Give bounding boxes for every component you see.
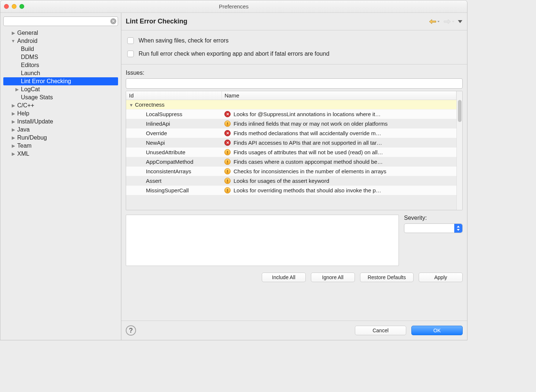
check-on-save-row: When saving files, check for errors: [126, 36, 463, 45]
tree-item-label: Java: [16, 126, 30, 133]
sidebar-search: ✕: [3, 16, 118, 26]
warning-icon: [224, 187, 231, 193]
disclosure-open-icon[interactable]: ▼: [10, 38, 16, 44]
tree-item-logcat[interactable]: ▶LogCat: [3, 85, 118, 93]
issue-row[interactable]: UnusedAttributeFinds usages of attribute…: [126, 148, 456, 157]
disclosure-closed-icon[interactable]: ▶: [10, 143, 16, 148]
ignore-all-button[interactable]: Ignore All: [311, 273, 355, 282]
disclosure-closed-icon[interactable]: ▶: [10, 151, 16, 156]
warning-icon: [224, 149, 231, 155]
issue-name-cell: Looks for usages of the assert keyword: [221, 176, 456, 186]
disclosure-closed-icon[interactable]: ▶: [10, 30, 16, 36]
tree-item-run-debug[interactable]: ▶Run/Debug: [3, 134, 118, 142]
issues-group-row[interactable]: ▼Correctness: [126, 100, 456, 110]
warning-icon: [224, 159, 231, 165]
zoom-window-button[interactable]: [19, 4, 24, 9]
clear-search-icon[interactable]: ✕: [110, 18, 116, 24]
tree-item-install-update[interactable]: ▶Install/Update: [3, 118, 118, 126]
tree-item-lint-error-checking[interactable]: Lint Error Checking: [3, 77, 118, 85]
tree-item-editors[interactable]: Editors: [3, 61, 118, 69]
issue-row[interactable]: MissingSuperCallLooks for overriding met…: [126, 186, 456, 195]
include-all-button[interactable]: Include All: [262, 273, 306, 282]
disclosure-closed-icon[interactable]: ▶: [10, 111, 16, 116]
issue-name: Finds API accesses to APIs that are not …: [234, 140, 382, 146]
tree-item-label: Editors: [20, 62, 39, 69]
check-on-export-checkbox[interactable]: [127, 51, 134, 57]
nav-back-button[interactable]: [428, 18, 441, 25]
issue-row[interactable]: OverrideFinds method declarations that w…: [126, 129, 456, 138]
minimize-window-button[interactable]: [12, 4, 16, 9]
cancel-button[interactable]: Cancel: [355, 326, 406, 335]
disclosure-closed-icon[interactable]: ▶: [10, 103, 16, 108]
apply-button[interactable]: Apply: [419, 273, 463, 282]
tree-item-label: C/C++: [16, 102, 34, 109]
issue-row[interactable]: AppCompatMethodFinds cases where a custo…: [126, 157, 456, 167]
tree-item-general[interactable]: ▶General: [3, 29, 118, 37]
issue-name: Looks for overriding methods that should…: [234, 187, 381, 193]
tree-item-help[interactable]: ▶Help: [3, 110, 118, 118]
tree-item-ddms[interactable]: DDMS: [3, 53, 118, 61]
issues-table-wrap: Id Name ▼CorrectnessLocalSuppressLooks f…: [126, 91, 463, 210]
issues-scroll[interactable]: Id Name ▼CorrectnessLocalSuppressLooks f…: [126, 91, 456, 210]
page-menu-button[interactable]: [458, 20, 463, 23]
tree-item-usage-stats[interactable]: Usage Stats: [3, 93, 118, 101]
check-on-export-label: Run full error check when exporting app …: [139, 51, 329, 57]
tree-item-build[interactable]: Build: [3, 45, 118, 53]
tree-item-xml[interactable]: ▶XML: [3, 150, 118, 158]
tree-item-label: Run/Debug: [16, 134, 47, 141]
disclosure-closed-icon[interactable]: ▶: [10, 119, 16, 124]
nav-forward-button[interactable]: [443, 18, 455, 25]
disclosure-closed-icon[interactable]: ▶: [14, 87, 20, 92]
issues-filter-input[interactable]: [126, 78, 463, 89]
col-id[interactable]: Id: [126, 91, 221, 100]
scrollbar-thumb[interactable]: [458, 100, 462, 122]
issues-table[interactable]: Id Name ▼CorrectnessLocalSuppressLooks f…: [126, 91, 456, 195]
disclosure-closed-icon[interactable]: ▶: [10, 127, 16, 132]
issue-row[interactable]: InlinedApiFinds inlined fields that may …: [126, 119, 456, 129]
detail-area: Severity:: [126, 215, 463, 266]
issue-row[interactable]: InconsistentArraysChecks for inconsisten…: [126, 167, 456, 176]
check-on-export-row: Run full error check when exporting app …: [126, 49, 463, 58]
issue-row[interactable]: NewApiFinds API accesses to APIs that ar…: [126, 138, 456, 148]
issue-name-cell: Finds method declarations that will acci…: [221, 129, 456, 138]
tree-item-java[interactable]: ▶Java: [3, 126, 118, 134]
severity-select[interactable]: [404, 223, 463, 233]
issue-id: UnusedAttribute: [126, 148, 221, 157]
warning-icon: [224, 121, 231, 127]
issue-description-box: [126, 215, 399, 266]
issue-id: InlinedApi: [126, 119, 221, 129]
issue-row[interactable]: LocalSuppressLooks for @SuppressLint ann…: [126, 110, 456, 119]
sidebar-search-input[interactable]: [3, 16, 118, 26]
close-window-button[interactable]: [4, 4, 9, 9]
tree-item-team[interactable]: ▶Team: [3, 142, 118, 150]
issue-name-cell: Finds cases where a custom appcompat met…: [221, 157, 456, 167]
tree-item-label: Usage Stats: [20, 94, 53, 101]
disclosure-open-icon[interactable]: ▼: [129, 103, 133, 108]
category-tree[interactable]: ▶General▼AndroidBuildDDMSEditorsLaunchLi…: [3, 29, 118, 337]
restore-defaults-button[interactable]: Restore Defaults: [360, 273, 414, 282]
issue-id: LocalSuppress: [126, 110, 221, 119]
tree-item-c-c-[interactable]: ▶C/C++: [3, 101, 118, 110]
tree-item-launch[interactable]: Launch: [3, 69, 118, 77]
tree-item-label: Launch: [20, 70, 40, 77]
error-icon: [224, 111, 231, 117]
page-header: Lint Error Checking: [121, 13, 467, 30]
tree-item-label: XML: [16, 151, 29, 157]
issue-row[interactable]: AssertLooks for usages of the assert key…: [126, 176, 456, 186]
issue-name-cell: Finds inlined fields that may or may not…: [221, 119, 456, 129]
scrollbar[interactable]: [456, 91, 462, 210]
tree-item-label: Install/Update: [16, 118, 53, 125]
help-button[interactable]: ?: [126, 325, 136, 336]
warning-icon: [224, 178, 231, 184]
check-on-save-label: When saving files, check for errors: [139, 37, 228, 44]
ok-button[interactable]: OK: [411, 326, 463, 335]
tree-item-label: General: [16, 30, 38, 36]
titlebar: Preferences: [0, 0, 467, 13]
check-on-save-checkbox[interactable]: [127, 37, 134, 44]
tree-item-android[interactable]: ▼Android: [3, 37, 118, 45]
settings-pane: Lint Error Checking: [121, 13, 467, 340]
disclosure-closed-icon[interactable]: ▶: [10, 135, 16, 140]
col-name[interactable]: Name: [221, 91, 456, 100]
issue-name-cell: Checks for inconsistencies in the number…: [221, 167, 456, 176]
page-title: Lint Error Checking: [126, 18, 187, 25]
